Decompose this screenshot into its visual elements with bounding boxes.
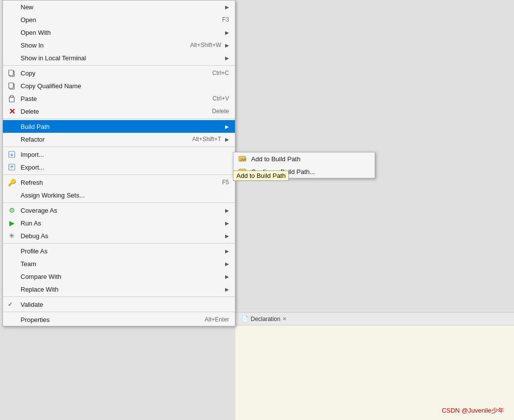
validate-checkmark-icon: ✓ xyxy=(8,301,13,308)
new-arrow-icon: ▶ xyxy=(225,4,229,10)
separator-1 xyxy=(3,65,235,66)
menu-item-profile-as[interactable]: Profile As ▶ xyxy=(3,245,235,257)
menu-item-refresh[interactable]: 🔑 Refresh F5 xyxy=(3,176,235,189)
separator-2 xyxy=(3,119,235,119)
show-in-arrow-icon: ▶ xyxy=(225,43,229,48)
menu-item-delete[interactable]: ✕ Delete Delete xyxy=(3,105,235,118)
menu-item-new[interactable]: New ▶ xyxy=(3,0,235,13)
refactor-arrow-icon: ▶ xyxy=(225,137,229,142)
separator-5 xyxy=(3,202,235,203)
separator-3 xyxy=(3,147,235,147)
menu-item-compare-with[interactable]: Compare With ▶ xyxy=(3,270,235,283)
menu-item-open[interactable]: Open F3 xyxy=(3,13,235,26)
declaration-tab-icon: 📄 xyxy=(241,316,249,322)
delete-icon: ✕ xyxy=(7,106,17,116)
profile-arrow-icon: ▶ xyxy=(225,248,229,254)
build-path-icon-1: JAR xyxy=(237,154,247,164)
terminal-arrow-icon: ▶ xyxy=(225,55,229,61)
replace-arrow-icon: ▶ xyxy=(225,287,229,292)
menu-item-open-with[interactable]: Open With ▶ xyxy=(3,26,235,39)
submenu-item-add-build-path-1[interactable]: JAR Add to Build Path xyxy=(233,152,375,165)
menu-item-team[interactable]: Team ▶ xyxy=(3,257,235,270)
run-icon: ▶ xyxy=(7,218,17,228)
menu-item-run-as[interactable]: ▶ Run As ▶ xyxy=(3,217,235,229)
run-arrow-icon: ▶ xyxy=(225,221,229,226)
copy-icon xyxy=(7,68,17,78)
separator-7 xyxy=(3,296,235,297)
svg-text:JAR: JAR xyxy=(240,158,246,161)
refresh-icon: 🔑 xyxy=(7,177,17,187)
team-arrow-icon: ▶ xyxy=(225,261,229,267)
separator-8 xyxy=(3,312,235,312)
declaration-tab-close[interactable]: ✕ xyxy=(283,316,286,321)
tooltip-add-to-build-path: Add to Build Path xyxy=(233,171,289,181)
menu-item-export[interactable]: Export... xyxy=(3,161,235,173)
menu-item-import[interactable]: Import... xyxy=(3,148,235,161)
import-icon xyxy=(7,149,17,159)
bottom-panel: 📄 Declaration ✕ xyxy=(235,312,514,420)
menu-item-copy[interactable]: Copy Ctrl+C xyxy=(3,67,235,79)
menu-item-paste[interactable]: Paste Ctrl+V xyxy=(3,92,235,105)
panel-tabs: 📄 Declaration ✕ xyxy=(235,313,514,325)
menu-item-assign-working-sets[interactable]: Assign Working Sets... xyxy=(3,189,235,201)
build-path-arrow-icon: ▶ xyxy=(225,124,229,129)
compare-arrow-icon: ▶ xyxy=(225,274,229,279)
menu-item-show-in[interactable]: Show In Alt+Shift+W ▶ xyxy=(3,39,235,51)
copy-qualified-icon xyxy=(7,81,17,91)
menu-item-debug-as[interactable]: ✳ Debug As ▶ xyxy=(3,229,235,242)
separator-4 xyxy=(3,174,235,175)
svg-rect-5 xyxy=(10,96,13,98)
paste-icon xyxy=(7,94,17,103)
menu-item-replace-with[interactable]: Replace With ▶ xyxy=(3,283,235,296)
menu-item-show-terminal[interactable]: Show in Local Terminal ▶ xyxy=(3,51,235,64)
debug-icon: ✳ xyxy=(7,231,17,241)
open-with-arrow-icon: ▶ xyxy=(225,30,229,35)
svg-rect-1 xyxy=(9,70,13,75)
svg-rect-3 xyxy=(9,83,13,88)
tab-declaration[interactable]: 📄 Declaration ✕ xyxy=(237,315,290,323)
menu-item-refactor[interactable]: Refactor Alt+Shift+T ▶ xyxy=(3,133,235,146)
menu-item-validate[interactable]: ✓ Validate xyxy=(3,298,235,311)
menu-item-coverage-as[interactable]: ⚙ Coverage As ▶ xyxy=(3,204,235,217)
separator-6 xyxy=(3,243,235,244)
coverage-icon: ⚙ xyxy=(7,205,17,215)
coverage-arrow-icon: ▶ xyxy=(225,208,229,213)
export-icon xyxy=(7,162,17,172)
watermark: CSDN @Juvenile少年 xyxy=(442,406,504,415)
declaration-tab-label: Declaration xyxy=(251,316,281,322)
menu-item-copy-qualified[interactable]: Copy Qualified Name xyxy=(3,79,235,92)
context-menu: New ▶ Open F3 Open With ▶ Show In Alt+Sh… xyxy=(2,0,235,326)
menu-item-build-path[interactable]: Build Path ▶ xyxy=(3,120,235,133)
menu-item-properties[interactable]: Properties Alt+Enter xyxy=(3,313,235,326)
debug-arrow-icon: ▶ xyxy=(225,233,229,239)
